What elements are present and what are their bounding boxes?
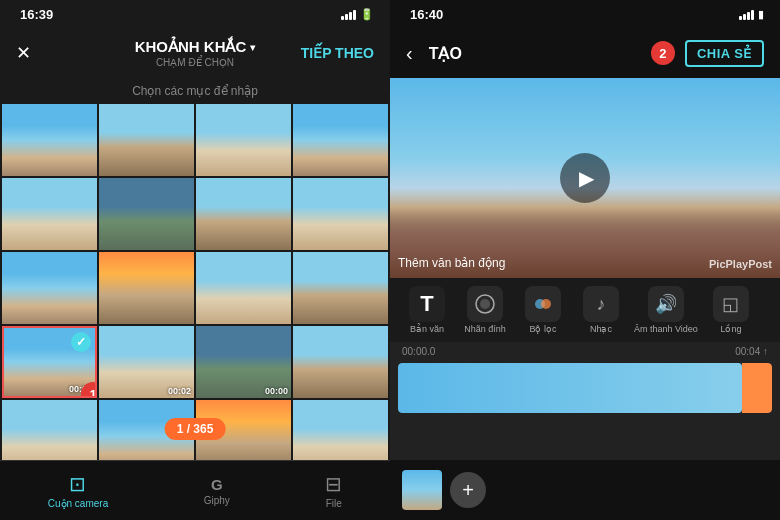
svg-point-3 — [541, 299, 551, 309]
list-item[interactable]: 00:02 — [99, 326, 194, 398]
tool-audio[interactable]: 🔊 Âm thanh Video — [634, 286, 698, 334]
media-title: KHOẢNH KHẮC — [135, 38, 247, 56]
list-item[interactable] — [2, 252, 97, 324]
signal-icon — [739, 8, 754, 20]
list-item[interactable] — [2, 104, 97, 176]
timeline-time-start: 00:00.0 — [402, 346, 435, 357]
clip-thumbnail[interactable] — [402, 470, 442, 510]
photo-grid: ✓ 00:04 1 00:02 00:00 — [0, 102, 390, 460]
watermark-text: PicPlayPost — [709, 258, 772, 270]
music-tool-icon: ♪ — [583, 286, 619, 322]
text-tool-icon: T — [409, 286, 445, 322]
back-button[interactable]: ‹ — [406, 42, 413, 65]
left-panel: 16:39 🔋 ✕ KHOẢNH KHẮC ▾ CHẠM ĐỂ CHỌN TIẾ… — [0, 0, 390, 520]
video-overlay-text: Thêm văn bản động — [398, 256, 505, 270]
sticker-tool-label: Nhãn đính — [464, 324, 506, 334]
list-item[interactable] — [2, 400, 97, 460]
photo-counter: 1 / 365 — [165, 418, 226, 440]
instruction-text: Chọn các mục để nhập — [0, 78, 390, 102]
filter-tool-label: Bộ lọc — [529, 324, 556, 334]
timeline-time-row: 00:00.0 00:04 ↑ — [390, 342, 780, 361]
list-item[interactable] — [99, 252, 194, 324]
tool-sticker[interactable]: Nhãn đính — [460, 286, 510, 334]
play-button[interactable]: ▶ — [560, 153, 610, 203]
list-item[interactable] — [196, 104, 291, 176]
audio-tool-icon: 🔊 — [648, 286, 684, 322]
left-status-time: 16:39 — [20, 7, 53, 22]
svg-point-1 — [480, 299, 490, 309]
photo-duration: 00:02 — [168, 386, 191, 396]
left-status-icons: 🔋 — [341, 8, 374, 21]
left-status-bar: 16:39 🔋 — [0, 0, 390, 28]
list-item[interactable] — [196, 252, 291, 324]
list-item[interactable] — [196, 178, 291, 250]
timeline-area: 00:00.0 00:04 ↑ — [390, 342, 780, 460]
list-item[interactable] — [293, 178, 388, 250]
overlay-tool-icon: ◱ — [713, 286, 749, 322]
tab-giphy[interactable]: G Giphy — [204, 476, 230, 506]
timeline-clip-end — [742, 363, 772, 413]
left-title-area: KHOẢNH KHẮC ▾ CHẠM ĐỂ CHỌN — [135, 38, 256, 68]
right-status-bar: 16:40 ▮ — [390, 0, 780, 28]
tool-filter[interactable]: Bộ lọc — [518, 286, 568, 334]
list-item[interactable]: ✓ 00:04 1 — [2, 326, 97, 398]
right-status-time: 16:40 — [410, 7, 443, 22]
left-title-subtitle: CHẠM ĐỂ CHỌN — [156, 57, 234, 68]
step-2-badge: 2 — [651, 41, 675, 65]
battery-icon: 🔋 — [360, 8, 374, 21]
tab-file[interactable]: ⊟ File — [325, 472, 342, 509]
share-button[interactable]: CHIA SẺ — [685, 40, 764, 67]
timeline-time-end: 00:04 ↑ — [735, 346, 768, 357]
tool-music[interactable]: ♪ Nhạc — [576, 286, 626, 334]
camera-icon: ⊡ — [69, 472, 86, 496]
left-title-main: KHOẢNH KHẮC ▾ — [135, 38, 256, 56]
sticker-tool-icon — [467, 286, 503, 322]
list-item[interactable] — [293, 104, 388, 176]
text-tool-label: Bản văn — [410, 324, 444, 334]
tool-text[interactable]: T Bản văn — [402, 286, 452, 334]
left-bottom-bar: ⊡ Cuộn camera G Giphy ⊟ File — [0, 460, 390, 520]
right-header: ‹ TẠO 2 CHIA SẺ — [390, 28, 780, 78]
tools-row: T Bản văn Nhãn đính Bộ lọc ♪ Nhạc 🔊 Âm t… — [390, 278, 780, 342]
tab-camera-label: Cuộn camera — [48, 498, 108, 509]
list-item[interactable] — [293, 326, 388, 398]
filter-tool-icon — [525, 286, 561, 322]
list-item[interactable] — [2, 178, 97, 250]
giphy-icon: G — [211, 476, 223, 493]
timeline-clip — [398, 363, 742, 413]
right-panel: 16:40 ▮ ‹ TẠO 2 CHIA SẺ ▶ Thêm văn bản đ… — [390, 0, 780, 520]
next-button[interactable]: TIẾP THEO — [301, 45, 374, 61]
video-preview: ▶ Thêm văn bản động PicPlayPost — [390, 78, 780, 278]
overlay-tool-label: Lồng — [720, 324, 741, 334]
tool-overlay[interactable]: ◱ Lồng — [706, 286, 756, 334]
list-item[interactable]: 00:00 — [196, 326, 291, 398]
photo-duration: 00:00 — [265, 386, 288, 396]
close-button[interactable]: ✕ — [16, 42, 31, 64]
checkmark-icon: ✓ — [71, 332, 91, 352]
timeline-track[interactable] — [398, 363, 772, 413]
add-clip-button[interactable]: + — [450, 472, 486, 508]
tab-file-label: File — [326, 498, 342, 509]
right-bottom-bar: + — [390, 460, 780, 520]
list-item[interactable] — [99, 104, 194, 176]
left-header: ✕ KHOẢNH KHẮC ▾ CHẠM ĐỂ CHỌN TIẾP THEO — [0, 28, 390, 78]
file-icon: ⊟ — [325, 472, 342, 496]
battery-icon: ▮ — [758, 8, 764, 21]
tab-camera-roll[interactable]: ⊡ Cuộn camera — [48, 472, 108, 509]
right-header-actions: 2 CHIA SẺ — [651, 40, 764, 67]
right-status-icons: ▮ — [739, 8, 764, 21]
audio-tool-label: Âm thanh Video — [634, 324, 698, 334]
editor-title: TẠO — [429, 44, 462, 63]
signal-icon — [341, 8, 356, 20]
tab-giphy-label: Giphy — [204, 495, 230, 506]
list-item[interactable] — [99, 178, 194, 250]
list-item[interactable] — [293, 400, 388, 460]
chevron-down-icon[interactable]: ▾ — [250, 42, 255, 53]
music-tool-label: Nhạc — [590, 324, 612, 334]
list-item[interactable] — [293, 252, 388, 324]
play-icon: ▶ — [579, 166, 594, 190]
